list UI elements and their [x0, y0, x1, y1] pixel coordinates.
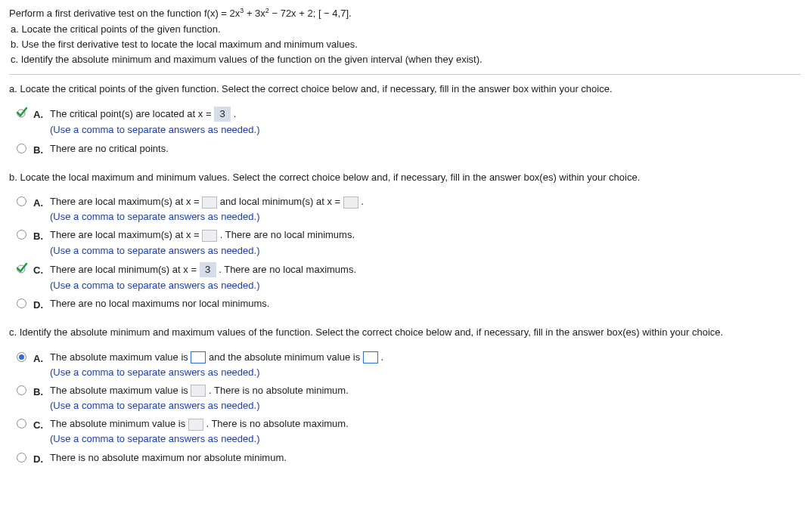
choice-text: There are local maximum(s) at x =: [50, 196, 202, 207]
choice-letter: D.: [33, 297, 50, 312]
stem-text-1: Perform a first derivative test on the f…: [9, 8, 240, 19]
subitem-b: b. Use the first derivative test to loca…: [11, 38, 801, 51]
choice-text: There is no absolute maximum nor absolut…: [50, 451, 801, 465]
radio-icon[interactable]: [17, 144, 26, 153]
choice-text: . There is no absolute minimum.: [206, 385, 348, 396]
hint-text: (Use a comma to separate answers as need…: [50, 279, 801, 292]
part-a-choice-b[interactable]: B. There are no critical points.: [9, 142, 801, 157]
radio-icon[interactable]: [17, 196, 26, 206]
choice-letter: C.: [33, 262, 50, 277]
radio-selected-icon[interactable]: [17, 352, 26, 362]
part-c-choice-c[interactable]: C. The absolute minimum value is . There…: [9, 417, 801, 446]
answer-input-blank[interactable]: [188, 419, 203, 431]
answer-input-filled[interactable]: 3: [200, 262, 216, 277]
answer-input-blank[interactable]: [202, 196, 217, 209]
stem-text-3: − 72x + 2; [ − 4,7].: [269, 8, 352, 19]
hint-text: (Use a comma to separate answers as need…: [50, 366, 801, 379]
part-c-choice-b[interactable]: B. The absolute maximum value is . There…: [9, 384, 801, 413]
radio-correct-icon[interactable]: [17, 108, 27, 119]
hint-text: (Use a comma to separate answers as need…: [50, 210, 801, 224]
choice-text: There are local minimum(s) at x =: [50, 264, 200, 275]
choice-text: and local minimum(s) at x =: [217, 196, 343, 207]
radio-icon[interactable]: [17, 453, 26, 462]
choice-text: The absolute minimum value is: [50, 418, 188, 429]
choice-letter: C.: [33, 417, 50, 432]
choice-text: The critical point(s) are located at x =: [50, 108, 214, 119]
choice-text: There are local maximum(s) at x =: [50, 229, 202, 240]
part-a-prompt: a. Locate the critical points of the giv…: [9, 82, 801, 96]
part-c-choice-a[interactable]: A. The absolute maximum value is and the…: [9, 351, 801, 379]
stem-text-2: + 3x: [244, 8, 265, 19]
part-a-choice-a[interactable]: A. The critical point(s) are located at …: [9, 107, 801, 137]
choice-text-post: .: [231, 108, 236, 119]
choice-text: and the absolute minimum value is: [206, 351, 362, 363]
divider: [9, 74, 801, 75]
choice-letter: A.: [33, 351, 50, 366]
answer-input-blank[interactable]: [191, 385, 206, 397]
choice-text: . There is no absolute maximum.: [203, 418, 349, 429]
radio-icon[interactable]: [17, 419, 26, 428]
answer-input-active[interactable]: [191, 351, 206, 363]
answer-input-blank[interactable]: [202, 230, 217, 242]
choice-letter: B.: [33, 228, 50, 243]
part-c-choice-d[interactable]: D. There is no absolute maximum nor abso…: [9, 451, 801, 466]
part-b-choice-a[interactable]: A. There are local maximum(s) at x = and…: [9, 195, 801, 224]
subitem-c: c. Identify the absolute minimum and max…: [11, 53, 801, 66]
part-b-prompt: b. Locate the local maximum and minimum …: [9, 171, 801, 184]
choice-text: . There are no local maximums.: [216, 264, 356, 275]
radio-icon[interactable]: [17, 298, 26, 308]
part-c-prompt: c. Identify the absolute minimum and max…: [9, 326, 801, 339]
radio-correct-icon[interactable]: [17, 264, 27, 274]
part-b-choice-c[interactable]: C. There are local minimum(s) at x = 3 .…: [9, 262, 801, 292]
question-stem: Perform a first derivative test on the f…: [9, 6, 801, 21]
choice-text: There are no critical points.: [50, 142, 801, 156]
hint-text: (Use a comma to separate answers as need…: [50, 123, 801, 137]
answer-input-active[interactable]: [363, 351, 378, 363]
part-b-choice-d[interactable]: D. There are no local maximums nor local…: [9, 297, 801, 312]
choice-letter: A.: [33, 195, 50, 210]
choice-letter: B.: [33, 384, 50, 399]
answer-input-blank[interactable]: [343, 196, 358, 209]
radio-icon[interactable]: [17, 385, 26, 395]
answer-input-filled[interactable]: 3: [214, 107, 231, 122]
choice-text: There are no local maximums nor local mi…: [50, 297, 801, 311]
choice-text: .: [358, 196, 364, 207]
choice-letter: A.: [33, 107, 50, 122]
choice-letter: D.: [33, 451, 50, 466]
hint-text: (Use a comma to separate answers as need…: [50, 244, 801, 258]
hint-text: (Use a comma to separate answers as need…: [50, 432, 801, 446]
choice-text: . There are no local minimums.: [217, 229, 355, 240]
choice-letter: B.: [33, 142, 50, 157]
subitem-a: a. Locate the critical points of the giv…: [11, 23, 801, 36]
choice-text: The absolute maximum value is: [50, 385, 191, 396]
choice-text: The absolute maximum value is: [50, 351, 191, 363]
radio-icon[interactable]: [17, 230, 26, 240]
part-b-choice-b[interactable]: B. There are local maximum(s) at x = . T…: [9, 228, 801, 257]
hint-text: (Use a comma to separate answers as need…: [50, 399, 801, 413]
choice-text: .: [378, 351, 383, 363]
